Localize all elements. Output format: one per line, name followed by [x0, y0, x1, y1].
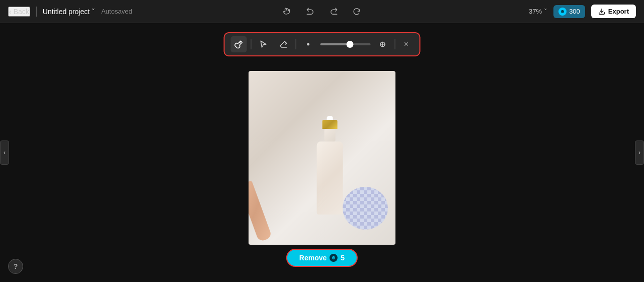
hand-icon — [283, 7, 292, 16]
undo-icon — [306, 7, 315, 16]
credits-count: 300 — [569, 8, 580, 15]
canvas-area: × Remove ⊕ 5 — [0, 23, 644, 282]
tube-product — [249, 180, 272, 242]
brush-size-slider[interactable] — [320, 43, 371, 45]
brush-tool-button[interactable] — [231, 36, 247, 52]
remove-label: Remove — [299, 254, 327, 262]
right-panel-toggle[interactable]: › — [635, 140, 644, 165]
credits-button[interactable]: ⊕ 300 — [553, 5, 585, 18]
eraser-tool-button[interactable] — [276, 36, 292, 52]
help-button[interactable]: ? — [8, 259, 23, 274]
transparent-area — [343, 187, 388, 230]
image-container: Remove ⊕ 5 — [249, 71, 395, 245]
brush-size-decrease-button[interactable] — [300, 36, 316, 52]
back-chevron-icon: ‹ — [9, 8, 12, 16]
toolbar-separator-3 — [395, 39, 395, 49]
header-divider — [36, 7, 37, 17]
drawing-toolbar: × — [224, 32, 421, 56]
refresh-icon — [352, 7, 361, 16]
toolbar-separator-2 — [296, 39, 296, 49]
brush-icon — [234, 40, 244, 49]
svg-point-0 — [307, 43, 309, 45]
bottle-cap — [323, 120, 338, 129]
left-panel-toggle[interactable]: ‹ — [0, 140, 9, 165]
header-left: ‹ Back Untitled project ˅ Autosaved — [8, 7, 132, 17]
header-center-controls — [280, 4, 364, 19]
zoom-level: 37% — [529, 8, 542, 15]
app-header: ‹ Back Untitled project ˅ Autosaved — [0, 0, 644, 23]
project-chevron-icon: ˅ — [92, 8, 95, 16]
credits-icon: ⊕ — [558, 8, 567, 16]
refresh-button[interactable] — [349, 4, 364, 19]
close-toolbar-button[interactable]: × — [399, 37, 414, 51]
hand-tool-button[interactable] — [280, 4, 295, 19]
bottle-body — [317, 142, 343, 215]
selection-icon — [259, 40, 268, 49]
brush-size-increase-button[interactable] — [375, 36, 391, 52]
zoom-control[interactable]: 37% ˅ — [529, 8, 547, 15]
photo-background — [249, 71, 395, 245]
left-collapse-icon: ‹ — [4, 149, 6, 156]
redo-icon — [329, 7, 338, 16]
project-title: Untitled project — [43, 8, 90, 16]
brush-size-control — [320, 43, 371, 45]
product-image[interactable] — [249, 71, 395, 245]
redo-button[interactable] — [326, 4, 341, 19]
help-icon: ? — [14, 262, 18, 270]
zoom-chevron-icon: ˅ — [544, 8, 547, 15]
project-name-button[interactable]: Untitled project ˅ — [43, 8, 95, 16]
remove-credits-count: 5 — [341, 254, 345, 262]
bottle-top — [327, 116, 333, 120]
tall-bottle — [317, 124, 343, 215]
back-button[interactable]: ‹ Back — [8, 7, 30, 17]
brush-small-icon — [305, 41, 312, 48]
bottle-neck — [325, 129, 336, 142]
brush-large-icon — [378, 40, 387, 49]
remove-button[interactable]: Remove ⊕ 5 — [286, 249, 358, 267]
header-right-controls: 37% ˅ ⊕ 300 Export — [529, 5, 636, 18]
back-label: Back — [14, 8, 29, 16]
right-collapse-icon: › — [638, 149, 640, 156]
close-toolbar-icon: × — [404, 40, 409, 49]
eraser-icon — [279, 40, 288, 49]
remove-credits-icon: ⊕ — [330, 254, 338, 262]
export-icon — [598, 8, 605, 15]
toolbar-separator-1 — [251, 39, 252, 49]
undo-button[interactable] — [303, 4, 318, 19]
export-label: Export — [608, 8, 629, 15]
autosaved-status: Autosaved — [101, 8, 132, 15]
export-button[interactable]: Export — [591, 5, 636, 18]
selection-tool-button[interactable] — [256, 36, 272, 52]
